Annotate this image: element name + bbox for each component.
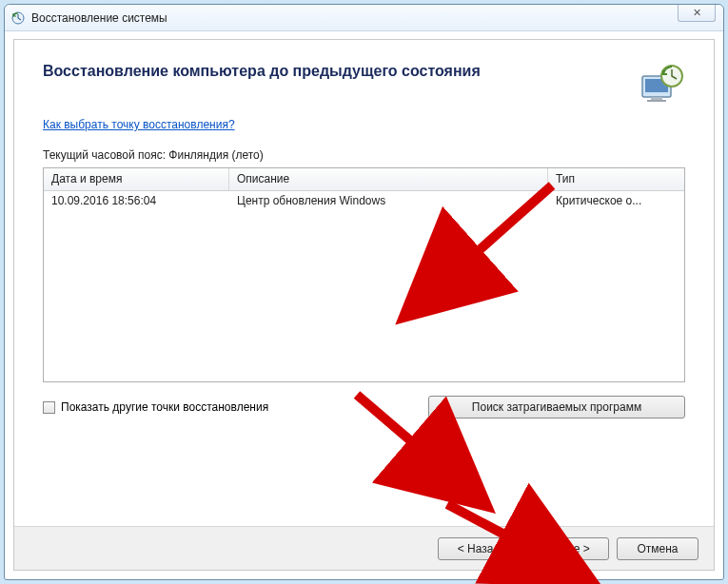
cell-description: Центр обновления Windows	[229, 192, 548, 209]
timezone-label: Текущий часовой пояс: Финляндия (лето)	[14, 148, 714, 167]
next-button[interactable]: Далее >	[527, 537, 609, 560]
close-button[interactable]: ✕	[678, 5, 716, 22]
svg-rect-3	[651, 97, 662, 100]
cell-datetime: 10.09.2016 18:56:04	[44, 192, 229, 209]
show-more-label: Показать другие точки восстановления	[61, 400, 268, 414]
help-link-row: Как выбрать точку восстановления?	[14, 118, 714, 148]
column-header-datetime[interactable]: Дата и время	[44, 168, 229, 190]
back-button[interactable]: < Назад	[438, 537, 520, 560]
column-header-description[interactable]: Описание	[229, 168, 548, 190]
page-title: Восстановление компьютера до предыдущего…	[43, 63, 481, 80]
wizard-footer: < Назад Далее > Отмена	[14, 526, 714, 570]
table-header: Дата и время Описание Тип	[44, 168, 684, 191]
restore-points-table: Дата и время Описание Тип 10.09.2016 18:…	[43, 167, 685, 382]
system-restore-icon	[10, 10, 26, 26]
page-header: Восстановление компьютера до предыдущего…	[14, 40, 714, 118]
svg-rect-4	[647, 100, 666, 102]
monitor-clock-icon	[638, 63, 685, 108]
system-restore-window: Восстановление системы ✕ Восстановление …	[4, 4, 724, 580]
options-row: Показать другие точки восстановления Пои…	[43, 396, 685, 419]
help-link[interactable]: Как выбрать точку восстановления?	[43, 118, 235, 131]
cancel-button[interactable]: Отмена	[617, 537, 698, 560]
column-header-type[interactable]: Тип	[548, 168, 684, 190]
content-panel: Восстановление компьютера до предыдущего…	[13, 39, 715, 571]
table-row[interactable]: 10.09.2016 18:56:04 Центр обновления Win…	[44, 191, 684, 210]
cell-type: Критическое о...	[548, 192, 684, 209]
window-title: Восстановление системы	[31, 11, 167, 25]
titlebar: Восстановление системы ✕	[5, 5, 723, 31]
close-icon: ✕	[693, 7, 701, 19]
scan-programs-button[interactable]: Поиск затрагиваемых программ	[428, 396, 685, 419]
show-more-checkbox-wrap[interactable]: Показать другие точки восстановления	[43, 400, 268, 414]
show-more-checkbox[interactable]	[43, 401, 55, 414]
